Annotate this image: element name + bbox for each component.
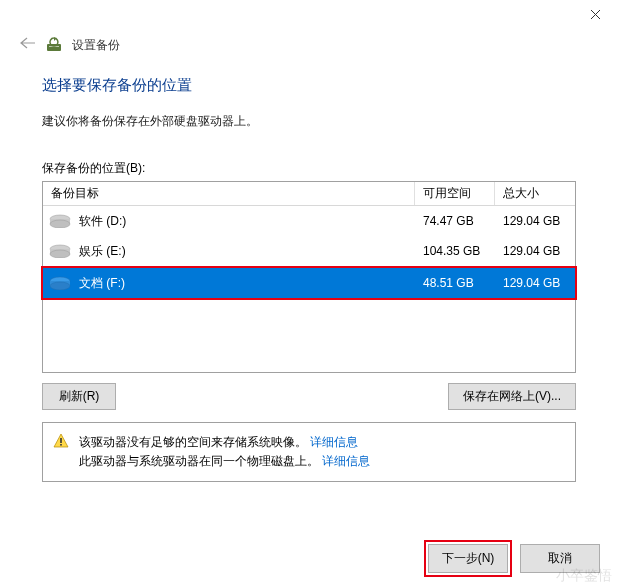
- drive-label: 软件 (D:): [79, 213, 126, 230]
- drive-total: 129.04 GB: [495, 206, 575, 236]
- drive-row[interactable]: 娱乐 (E:) 104.35 GB 129.04 GB: [43, 236, 575, 266]
- svg-rect-0: [47, 44, 61, 51]
- warning-line2: 此驱动器与系统驱动器在同一个物理磁盘上。: [79, 454, 319, 468]
- drive-free: 48.51 GB: [415, 268, 495, 298]
- svg-point-4: [50, 220, 70, 228]
- warning-text: 该驱动器没有足够的空间来存储系统映像。 详细信息 此驱动器与系统驱动器在同一个物…: [79, 433, 370, 471]
- drive-total: 129.04 GB: [495, 268, 575, 298]
- drive-icon: [49, 244, 71, 258]
- svg-rect-11: [60, 438, 62, 443]
- cancel-button[interactable]: 取消: [520, 544, 600, 573]
- selected-highlight: 文档 (F:) 48.51 GB 129.04 GB: [41, 266, 577, 300]
- drive-label: 文档 (F:): [79, 275, 125, 292]
- drive-list: 备份目标 可用空间 总大小 软件 (D:) 74.47 GB 129.04 GB…: [42, 181, 576, 373]
- next-button[interactable]: 下一步(N): [428, 544, 508, 573]
- warning-box: 该驱动器没有足够的空间来存储系统映像。 详细信息 此驱动器与系统驱动器在同一个物…: [42, 422, 576, 482]
- svg-rect-12: [60, 444, 62, 446]
- page-subtitle: 建议你将备份保存在外部硬盘驱动器上。: [42, 113, 576, 130]
- col-header-free[interactable]: 可用空间: [415, 182, 495, 205]
- drive-row[interactable]: 软件 (D:) 74.47 GB 129.04 GB: [43, 206, 575, 236]
- drive-row-selected[interactable]: 文档 (F:) 48.51 GB 129.04 GB: [43, 268, 575, 298]
- save-network-button[interactable]: 保存在网络上(V)...: [448, 383, 576, 410]
- page-heading: 选择要保存备份的位置: [42, 76, 576, 95]
- button-row: 刷新(R) 保存在网络上(V)...: [42, 383, 576, 410]
- warning-icon: [53, 433, 69, 449]
- list-label: 保存备份的位置(B):: [42, 160, 576, 177]
- svg-point-10: [50, 282, 70, 290]
- next-highlight: 下一步(N): [424, 540, 512, 577]
- window-title: 设置备份: [72, 37, 120, 54]
- warning-line1: 该驱动器没有足够的空间来存储系统映像。: [79, 435, 307, 449]
- content: 选择要保存备份的位置 建议你将备份保存在外部硬盘驱动器上。 保存备份的位置(B)…: [0, 66, 618, 482]
- drive-icon: [49, 276, 71, 290]
- drive-total: 129.04 GB: [495, 236, 575, 266]
- header: 设置备份: [0, 28, 618, 66]
- footer: 下一步(N) 取消: [424, 540, 600, 577]
- back-arrow-icon[interactable]: [18, 36, 36, 54]
- titlebar: [0, 0, 618, 28]
- details-link-1[interactable]: 详细信息: [310, 435, 358, 449]
- col-header-total[interactable]: 总大小: [495, 182, 575, 205]
- list-header: 备份目标 可用空间 总大小: [43, 182, 575, 206]
- close-button[interactable]: [573, 0, 618, 28]
- drive-free: 74.47 GB: [415, 206, 495, 236]
- svg-point-7: [50, 250, 70, 258]
- drive-label: 娱乐 (E:): [79, 243, 126, 260]
- details-link-2[interactable]: 详细信息: [322, 454, 370, 468]
- refresh-button[interactable]: 刷新(R): [42, 383, 116, 410]
- close-icon: [590, 9, 601, 20]
- drive-free: 104.35 GB: [415, 236, 495, 266]
- col-header-target[interactable]: 备份目标: [43, 182, 415, 205]
- backup-icon: [46, 37, 62, 53]
- drive-icon: [49, 214, 71, 228]
